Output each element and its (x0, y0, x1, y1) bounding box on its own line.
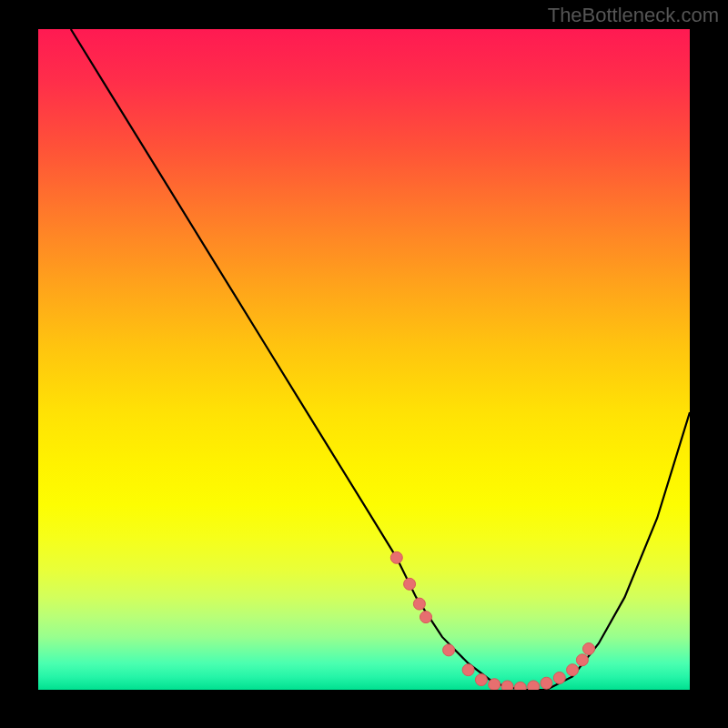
data-point (583, 643, 595, 655)
plot-area (38, 29, 690, 690)
data-point (462, 664, 474, 676)
data-point (420, 612, 432, 623)
data-point (567, 664, 579, 676)
data-point (489, 679, 500, 690)
data-point (413, 598, 425, 610)
data-points-layer (38, 29, 690, 690)
data-point (404, 578, 416, 590)
data-point (528, 681, 540, 690)
watermark-text: TheBottleneck.com (548, 4, 719, 27)
data-point (475, 674, 487, 686)
data-point (541, 677, 552, 689)
data-point (576, 654, 588, 666)
data-point (514, 682, 526, 690)
data-point (553, 672, 565, 683)
data-point (390, 551, 402, 563)
data-point (501, 681, 513, 690)
data-point (443, 644, 455, 656)
